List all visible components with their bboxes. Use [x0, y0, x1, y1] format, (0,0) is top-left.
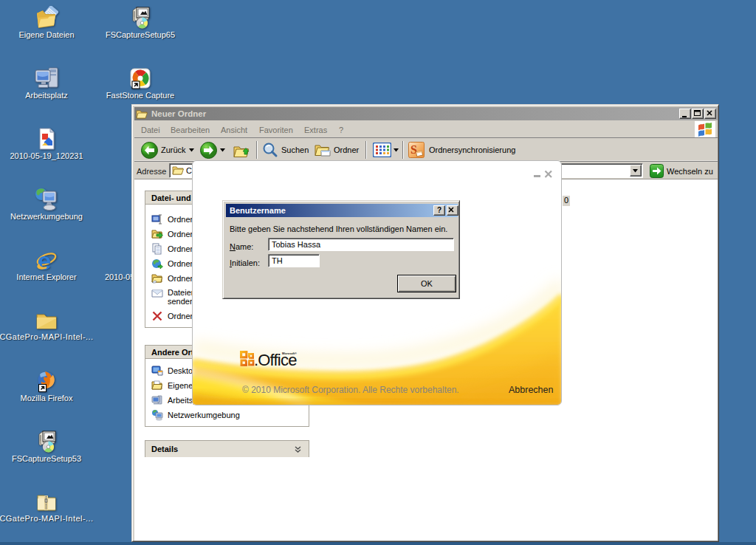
svg-text:Microsoft®: Microsoft® — [282, 352, 297, 355]
